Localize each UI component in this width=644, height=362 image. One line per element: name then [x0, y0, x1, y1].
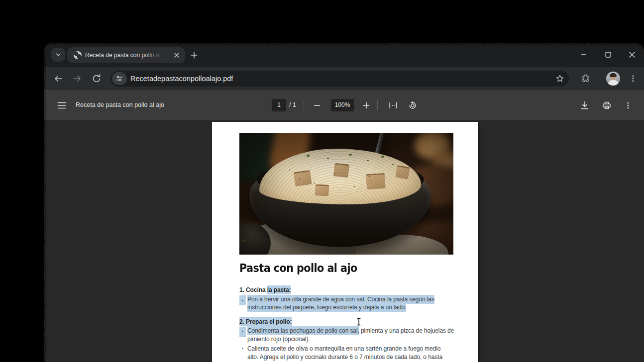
avatar-body — [608, 80, 618, 86]
tab-close-icon[interactable] — [173, 51, 181, 59]
doc-heading-line: 2. Prepara el pollo: — [239, 318, 461, 326]
selected-text: Condimenta las pechugas de pollo con sal… — [247, 326, 359, 335]
selected-text: la pasta: — [267, 285, 291, 294]
doc-text: 1. Cocina — [239, 286, 267, 293]
text-cursor-icon — [355, 317, 362, 326]
browser-menu-dots-icon[interactable] — [626, 72, 640, 86]
doc-heading-line: 1. Cocina la pasta: — [239, 286, 461, 294]
bookmark-star-icon[interactable] — [555, 74, 565, 84]
screenshot-canvas: Receta de pasta con pollo al — [0, 0, 644, 362]
browser-window: Receta de pasta con pollo al — [44, 43, 644, 362]
photo-vignette — [239, 133, 453, 255]
recipe-title: Pasta con pollo al ajo — [239, 262, 357, 274]
print-icon[interactable] — [600, 98, 614, 112]
back-arrow-icon — [53, 74, 63, 84]
close-icon — [629, 51, 636, 58]
pdf-viewer: Pasta con pollo al ajo 1. Cocina la past… — [44, 120, 644, 362]
doc-text: pimienta y una pizca de hojuelas de — [359, 327, 454, 334]
plus-icon — [190, 51, 198, 59]
window-maximize-button[interactable] — [601, 48, 615, 62]
avatar-hair — [610, 73, 617, 77]
doc-body-line: ·Pon a hervir una olla grande de agua co… — [239, 295, 461, 304]
zoom-in-button[interactable] — [359, 98, 373, 112]
window-close-button[interactable] — [625, 48, 639, 62]
selected-text: 2. Prepara el pollo: — [239, 317, 292, 326]
doc-lines: 1. Cocina la pasta:·Pon a hervir una oll… — [239, 286, 461, 361]
active-tab[interactable]: Receta de pasta con pollo al — [67, 47, 185, 63]
address-bar[interactable]: Recetadepastaconpolloalajo.pdf — [110, 71, 569, 87]
doc-body-line: alto. Agrega el pollo y cocinalo durante… — [239, 353, 461, 362]
zoom-out-button[interactable] — [310, 98, 324, 112]
fit-to-width-icon[interactable] — [386, 98, 400, 112]
minus-icon — [313, 101, 321, 109]
selected-text: Pon a hervir una olla grande de agua con… — [247, 295, 434, 304]
plus-icon — [362, 101, 370, 109]
doc-text: alto. Agrega el pollo y cocinalo durante… — [247, 354, 442, 361]
zoom-level-value[interactable]: 100% — [331, 99, 354, 111]
chevron-down-icon — [55, 51, 62, 58]
site-settings-chip[interactable] — [112, 72, 127, 85]
download-icon[interactable] — [578, 98, 592, 112]
back-button[interactable] — [51, 72, 65, 86]
pdf-menu-dots-icon[interactable] — [621, 98, 635, 112]
profile-avatar[interactable] — [606, 72, 620, 86]
rotate-page-icon[interactable] — [406, 98, 420, 112]
pdf-page[interactable]: Pasta con pollo al ajo 1. Cocina la past… — [212, 122, 478, 362]
reload-button[interactable] — [90, 72, 104, 86]
maximize-icon — [605, 51, 612, 58]
doc-body-line: ·Calienta aceite de oliva o mantequilla … — [239, 345, 461, 353]
page-number-input[interactable]: 1 — [272, 99, 286, 111]
browser-toolbar: Recetadepastaconpolloalajo.pdf — [44, 67, 644, 90]
forward-button[interactable] — [70, 72, 84, 86]
globe-favicon-icon — [74, 51, 82, 59]
doc-body-line: ·Condimenta las pechugas de pollo con sa… — [239, 327, 461, 335]
bullet-dot: · — [239, 345, 246, 353]
doc-body-line: pimiento rojo (opcional). — [239, 335, 461, 344]
doc-text: Calienta aceite de oliva o mantequilla e… — [247, 345, 440, 352]
page-total-label: / 1 — [289, 90, 296, 120]
url-text: Recetadepastaconpolloalajo.pdf — [130, 71, 233, 87]
extensions-puzzle-icon[interactable] — [578, 72, 592, 86]
pdf-document-title: Receta de pasta con pollo al ajo — [76, 90, 164, 120]
toolbar-separator — [600, 74, 600, 83]
forward-arrow-icon — [72, 74, 82, 84]
selected-text: instrucciones del paquete, luego escúrre… — [247, 303, 406, 312]
pdfbar-separator — [377, 100, 378, 110]
new-tab-button[interactable] — [187, 48, 201, 62]
recipe-photo — [239, 133, 453, 255]
doc-text: pimiento rojo (opcional). — [247, 336, 310, 343]
pdf-toolbar: Receta de pasta con pollo al ajo 1 / 1 1… — [44, 90, 644, 120]
tab-title-fade — [142, 48, 169, 63]
tune-icon — [115, 74, 124, 83]
tab-strip: Receta de pasta con pollo al — [44, 43, 644, 67]
reload-icon — [92, 74, 102, 84]
pdfbar-separator — [304, 100, 304, 110]
window-minimize-button[interactable] — [577, 48, 591, 62]
minimize-icon — [580, 51, 587, 58]
tab-search-button[interactable] — [51, 48, 65, 62]
pdf-menu-hamburger-icon[interactable] — [55, 98, 69, 112]
doc-body-line: instrucciones del paquete, luego escúrre… — [239, 303, 461, 312]
